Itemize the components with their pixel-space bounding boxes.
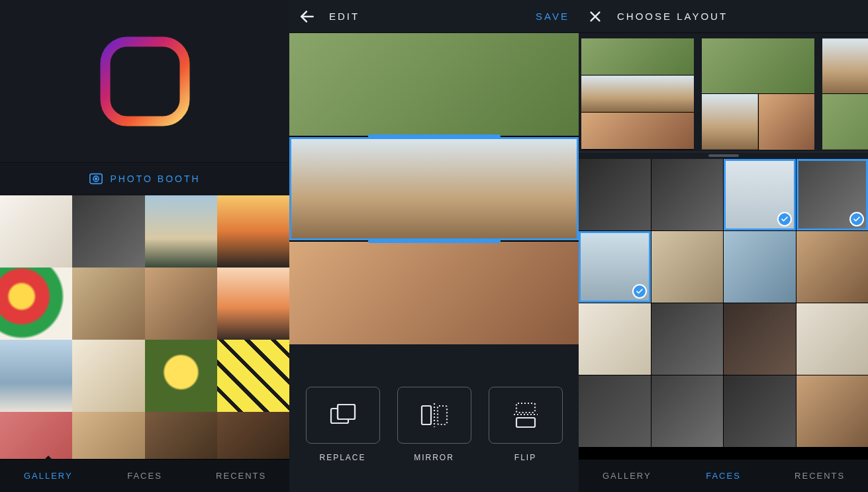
collage-row-0[interactable] [289, 33, 579, 136]
collage-row-2[interactable] [289, 242, 579, 344]
edit-title: EDIT [329, 11, 360, 22]
gallery-thumb[interactable] [145, 268, 217, 340]
gallery-thumb[interactable] [145, 340, 217, 412]
edit-header: EDIT SAVE [289, 0, 579, 33]
layout-options-strip[interactable] [579, 33, 868, 152]
faces-thumb[interactable] [579, 159, 651, 230]
layout-app-logo-icon [95, 32, 195, 131]
collage-canvas[interactable] [289, 33, 579, 344]
layout-scroll-indicator [579, 152, 868, 159]
gallery-tab-bar: GALLERYFACESRECENTS [0, 459, 289, 492]
selected-check-icon [777, 212, 792, 226]
flip-icon [489, 387, 563, 444]
choose-layout-header: CHOOSE LAYOUT [579, 0, 868, 33]
tab-faces[interactable]: FACES [97, 460, 193, 492]
arrow-left-icon [299, 8, 316, 25]
pane-edit: EDIT SAVE REPLACE MIRROR [289, 0, 579, 492]
faces-thumb[interactable] [579, 231, 651, 303]
row-resize-handle-icon[interactable] [368, 239, 501, 243]
svg-rect-13 [516, 418, 535, 427]
gallery-thumb[interactable] [217, 195, 289, 268]
faces-thumb[interactable] [651, 303, 724, 375]
svg-rect-12 [438, 406, 447, 424]
faces-thumb[interactable] [651, 375, 724, 447]
flip-tool-label: FLIP [514, 453, 536, 462]
svg-rect-10 [422, 406, 431, 424]
gallery-thumb[interactable] [72, 340, 144, 412]
row-resize-handle-icon[interactable] [368, 134, 501, 138]
app-root: PHOTO BOOTH GALLERYFACESRECENTS EDIT SAV… [0, 0, 868, 492]
replace-tool-label: REPLACE [319, 453, 365, 462]
layout-option[interactable] [702, 38, 814, 150]
faces-thumb[interactable] [796, 159, 869, 230]
pane-choose-layout: CHOOSE LAYOUT GALLERYFACESRECENTS [579, 0, 868, 492]
layout-option[interactable] [581, 38, 694, 150]
gallery-thumb[interactable] [72, 412, 144, 459]
tab-gallery[interactable]: GALLERY [579, 460, 675, 492]
svg-rect-15 [516, 403, 535, 413]
svg-rect-8 [338, 405, 355, 419]
tab-faces[interactable]: FACES [675, 460, 772, 492]
collage-row-1[interactable] [289, 137, 579, 240]
replace-tool-button[interactable]: REPLACE [306, 387, 380, 462]
tab-gallery[interactable]: GALLERY [0, 460, 97, 492]
faces-thumb[interactable] [651, 159, 724, 230]
back-button[interactable] [299, 8, 317, 25]
faces-thumb-grid [579, 159, 868, 459]
photo-booth-label: PHOTO BOOTH [110, 173, 200, 184]
gallery-thumb[interactable] [0, 412, 72, 459]
gallery-thumb[interactable] [145, 195, 217, 268]
close-icon [588, 9, 603, 24]
replace-icon [306, 387, 380, 444]
mirror-tool-label: MIRROR [414, 453, 454, 462]
gallery-thumb[interactable] [0, 195, 72, 268]
flip-tool-button[interactable]: FLIP [489, 387, 563, 462]
selected-check-icon [849, 212, 864, 226]
close-button[interactable] [588, 9, 605, 24]
edit-tools-bar: REPLACE MIRROR FLIP [289, 344, 579, 492]
gallery-thumb-grid [0, 195, 289, 459]
faces-thumb[interactable] [651, 231, 724, 303]
faces-thumb[interactable] [796, 375, 869, 447]
mirror-icon [397, 387, 471, 444]
choose-layout-tab-bar: GALLERYFACESRECENTS [579, 459, 868, 492]
camera-shutter-icon [89, 172, 103, 186]
gallery-thumb[interactable] [145, 412, 217, 459]
svg-point-5 [95, 178, 97, 180]
photo-booth-button[interactable]: PHOTO BOOTH [0, 162, 289, 195]
faces-thumb[interactable] [579, 303, 651, 375]
gallery-thumb[interactable] [217, 340, 289, 412]
gallery-thumb[interactable] [72, 268, 144, 340]
gallery-thumb[interactable] [217, 268, 289, 340]
selected-check-icon [632, 284, 647, 299]
save-button[interactable]: SAVE [536, 11, 569, 22]
faces-thumb[interactable] [724, 375, 796, 447]
faces-thumb[interactable] [724, 159, 796, 230]
faces-thumb[interactable] [724, 303, 796, 375]
tab-recents[interactable]: RECENTS [193, 460, 289, 492]
faces-thumb[interactable] [796, 231, 869, 303]
choose-layout-title: CHOOSE LAYOUT [617, 11, 728, 22]
faces-thumb[interactable] [796, 303, 869, 375]
gallery-thumb[interactable] [0, 340, 72, 412]
faces-thumb[interactable] [579, 375, 651, 447]
gallery-thumb[interactable] [72, 195, 144, 268]
tab-recents[interactable]: RECENTS [771, 460, 868, 492]
gallery-thumb[interactable] [217, 412, 289, 459]
pane-photo-gallery: PHOTO BOOTH GALLERYFACESRECENTS [0, 0, 289, 492]
app-logo-zone [0, 0, 289, 162]
faces-thumb[interactable] [724, 231, 796, 303]
layout-option[interactable] [822, 38, 868, 150]
mirror-tool-button[interactable]: MIRROR [397, 387, 471, 462]
gallery-thumb[interactable] [0, 268, 72, 340]
